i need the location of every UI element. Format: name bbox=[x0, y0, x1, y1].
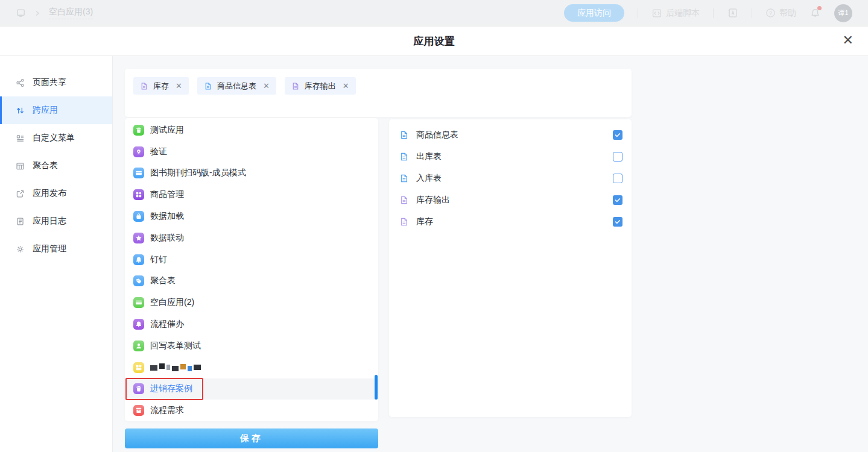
app-publish-icon bbox=[15, 189, 25, 199]
tag-label: 商品信息表 bbox=[217, 81, 256, 92]
scrollbar-thumb[interactable] bbox=[375, 375, 378, 400]
app-name: 聚合表 bbox=[150, 275, 176, 286]
app-list-item[interactable]: 商品管理 bbox=[125, 184, 378, 206]
sidebar-item-2[interactable]: 自定义菜单 bbox=[0, 124, 112, 152]
cross-app-icon bbox=[15, 105, 25, 116]
app-name: 流程催办 bbox=[150, 319, 184, 330]
backend-script-button[interactable]: 后端脚本 bbox=[651, 8, 700, 19]
custom-menu-icon bbox=[15, 133, 25, 143]
table-name: 出库表 bbox=[416, 151, 606, 162]
sidebar-item-label: 应用发布 bbox=[33, 188, 66, 199]
table-list-item: 商品信息表 bbox=[389, 124, 632, 146]
document-icon bbox=[399, 195, 409, 205]
modal-body: 库存✕商品信息表✕库存输出✕ 测试应用验证图书期刊扫码版-成员模式商品管理数据加… bbox=[113, 56, 868, 452]
sidebar-item-5[interactable]: 应用日志 bbox=[0, 207, 112, 235]
svg-text:?: ? bbox=[769, 10, 772, 16]
modal-header: 应用设置 ✕ bbox=[0, 27, 868, 56]
sidebar-item-0[interactable]: 页面共享 bbox=[0, 69, 112, 96]
table-tag-chip: 商品信息表✕ bbox=[197, 77, 276, 95]
app-list-item[interactable]: 钉钉 bbox=[125, 249, 378, 271]
document-icon bbox=[291, 82, 300, 90]
app-name: 钉钉 bbox=[150, 254, 167, 265]
blocks-app-icon bbox=[133, 362, 144, 373]
table-name: 库存输出 bbox=[416, 195, 606, 206]
app-name: 空白应用(2) bbox=[150, 297, 194, 308]
divider bbox=[638, 8, 638, 18]
table-name: 商品信息表 bbox=[416, 130, 606, 140]
close-icon[interactable]: ✕ bbox=[843, 34, 854, 47]
remove-tag-icon[interactable]: ✕ bbox=[176, 81, 182, 90]
divider bbox=[752, 8, 752, 18]
gear-icon bbox=[15, 244, 25, 254]
tag-app-icon bbox=[133, 275, 144, 286]
document-icon bbox=[399, 217, 409, 227]
sidebar-item-1[interactable]: 跨应用 bbox=[0, 96, 112, 124]
table-checkbox-unchecked[interactable] bbox=[613, 152, 622, 162]
app-list-item[interactable]: 数据加载 bbox=[125, 206, 378, 227]
app-list-item[interactable]: 流程催办 bbox=[125, 313, 378, 335]
sidebar-item-6[interactable]: 应用管理 bbox=[0, 235, 112, 263]
app-name: 回写表单测试 bbox=[150, 341, 201, 351]
app-list-item[interactable]: 验证 bbox=[125, 141, 378, 163]
document-icon bbox=[399, 174, 409, 183]
table-checkbox-unchecked[interactable] bbox=[613, 174, 622, 183]
question-icon: ? bbox=[765, 8, 776, 18]
app-name: 商品管理 bbox=[150, 189, 184, 200]
table-checkbox-checked[interactable] bbox=[613, 130, 622, 140]
app-window-icon bbox=[16, 8, 26, 18]
divider bbox=[713, 8, 714, 18]
app-access-button[interactable]: 应用访问 bbox=[564, 4, 624, 22]
notification-bell-icon[interactable] bbox=[809, 7, 821, 19]
breadcrumb-chevron-icon bbox=[34, 10, 40, 16]
save-button[interactable]: 保存 bbox=[125, 428, 378, 448]
remove-tag-icon[interactable]: ✕ bbox=[263, 81, 270, 90]
sidebar-item-label: 应用管理 bbox=[33, 243, 66, 254]
table-list-item: 入库表 bbox=[389, 168, 632, 189]
user-avatar[interactable]: 谭1 bbox=[834, 4, 852, 22]
share-icon bbox=[15, 78, 25, 88]
app-list-item[interactable]: 测试应用 bbox=[125, 119, 378, 141]
api-docs-button[interactable] bbox=[727, 7, 738, 19]
app-list-item[interactable]: 数据联动 bbox=[125, 227, 378, 249]
app-list-item[interactable]: 流程需求 bbox=[125, 400, 378, 421]
redacted-app-name bbox=[150, 363, 201, 372]
table-name: 入库表 bbox=[416, 173, 606, 184]
help-button[interactable]: ? 帮助 bbox=[765, 8, 796, 19]
backend-script-label: 后端脚本 bbox=[666, 8, 700, 19]
app-list-item[interactable]: 聚合表 bbox=[125, 271, 378, 292]
table-list-panel: 商品信息表出库表入库表库存输出库存 bbox=[389, 119, 632, 417]
table-checkbox-checked[interactable] bbox=[613, 217, 622, 227]
tag-label: 库存输出 bbox=[305, 81, 336, 92]
page-title: 应用设置 bbox=[414, 34, 455, 48]
code-icon bbox=[651, 8, 662, 19]
sidebar-item-3[interactable]: 聚合表 bbox=[0, 152, 112, 180]
trash-app-icon bbox=[133, 125, 144, 136]
app-list-item[interactable] bbox=[125, 357, 378, 378]
breadcrumb-app-name[interactable]: 空白应用(3) bbox=[49, 7, 93, 19]
app-name: 测试应用 bbox=[150, 125, 184, 136]
sidebar-item-label: 聚合表 bbox=[33, 160, 58, 171]
app-list-item[interactable]: 回写表单测试 bbox=[125, 335, 378, 357]
sidebar-item-4[interactable]: 应用发布 bbox=[0, 180, 112, 207]
app-list-item-selected[interactable]: 进销存案例 bbox=[125, 378, 378, 400]
table-checkbox-checked[interactable] bbox=[613, 195, 622, 205]
remove-tag-icon[interactable]: ✕ bbox=[343, 81, 349, 90]
document-icon bbox=[204, 82, 212, 90]
app-name: 数据联动 bbox=[150, 233, 184, 243]
camera-app-icon bbox=[133, 146, 144, 157]
address-book-icon bbox=[727, 7, 738, 19]
table-tag-chip: 库存✕ bbox=[133, 77, 189, 95]
app-name: 流程需求 bbox=[150, 405, 184, 416]
help-label: 帮助 bbox=[779, 8, 796, 19]
sidebar-item-label: 自定义菜单 bbox=[33, 133, 75, 143]
selected-tables-panel: 库存✕商品信息表✕库存输出✕ bbox=[125, 69, 632, 117]
app-list-panel: 测试应用验证图书期刊扫码版-成员模式商品管理数据加载数据联动钉钉聚合表空白应用(… bbox=[125, 118, 378, 421]
table-name: 库存 bbox=[416, 216, 606, 227]
document-icon bbox=[399, 130, 409, 140]
aggregate-table-icon bbox=[15, 161, 25, 171]
app-list-item[interactable]: 图书期刊扫码版-成员模式 bbox=[125, 163, 378, 184]
grid-app-icon bbox=[133, 189, 144, 200]
app-list-item[interactable]: 空白应用(2) bbox=[125, 292, 378, 313]
topbar: 空白应用(3) 应用访问 后端脚本 ? 帮助 谭1 bbox=[0, 0, 868, 27]
document-icon bbox=[399, 152, 409, 162]
